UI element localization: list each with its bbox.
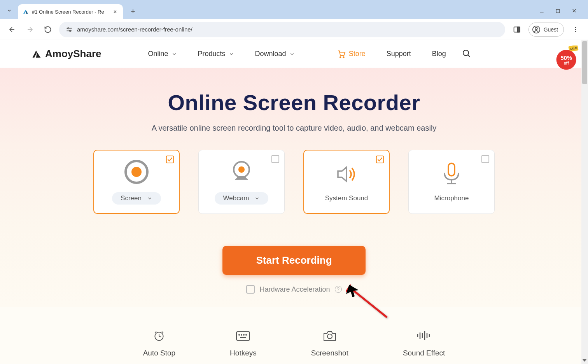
feature-hotkeys[interactable]: Hotkeys — [230, 329, 257, 357]
hero-section: Online Screen Recorder A versatile onlin… — [0, 68, 588, 229]
svg-point-36 — [238, 166, 245, 173]
svg-point-48 — [243, 334, 244, 335]
scrollbar-thumb[interactable] — [582, 41, 587, 84]
svg-rect-16 — [517, 27, 520, 32]
option-webcam-dropdown[interactable]: Webcam — [215, 192, 269, 205]
svg-point-21 — [575, 31, 576, 32]
option-microphone[interactable]: Microphone — [408, 150, 495, 214]
sale-badge[interactable]: SALE 50% off — [555, 46, 579, 70]
svg-point-13 — [70, 30, 71, 31]
tab-close-button[interactable] — [112, 9, 118, 15]
hardware-accel-checkbox[interactable] — [246, 285, 255, 294]
webcam-icon — [229, 159, 254, 184]
feature-screenshot[interactable]: Screenshot — [311, 329, 348, 357]
option-system-sound[interactable]: System Sound — [303, 150, 390, 214]
feature-label: Sound Effect — [403, 349, 445, 357]
svg-point-22 — [340, 56, 341, 58]
svg-point-19 — [575, 27, 576, 28]
screen-record-icon — [123, 159, 150, 184]
chevron-down-icon — [147, 196, 152, 201]
keyboard-icon — [235, 329, 251, 342]
svg-point-20 — [575, 29, 576, 30]
svg-rect-5 — [556, 9, 560, 13]
tab-title: #1 Online Screen Recorder - Re — [32, 9, 109, 15]
camera-icon — [322, 329, 337, 342]
svg-rect-38 — [482, 156, 489, 163]
checkbox-unchecked-icon[interactable] — [481, 155, 490, 163]
help-icon[interactable]: ? — [335, 286, 342, 293]
cart-icon — [337, 50, 346, 58]
feature-auto-stop[interactable]: Auto Stop — [143, 329, 175, 357]
tab-search-button[interactable] — [3, 4, 16, 17]
nav-download[interactable]: Download — [255, 50, 295, 58]
svg-point-23 — [343, 56, 344, 58]
scrollbar-track[interactable] — [581, 40, 588, 364]
browser-toolbar: amoyshare.com/screen-recorder-free-onlin… — [0, 19, 588, 40]
close-icon[interactable] — [571, 8, 577, 15]
browser-tab-strip: #1 Online Screen Recorder - Re — [0, 0, 588, 19]
window-controls — [539, 8, 585, 19]
start-recording-button[interactable]: Start Recording — [222, 246, 365, 275]
logo-icon — [31, 49, 42, 60]
forward-button[interactable] — [23, 23, 37, 36]
svg-point-46 — [239, 334, 240, 335]
features-row: Auto Stop Hotkeys Screenshot Sound Effec… — [0, 307, 588, 364]
back-button[interactable] — [5, 23, 19, 36]
svg-marker-58 — [583, 359, 586, 362]
svg-point-18 — [535, 27, 537, 30]
option-label: Screen — [121, 194, 142, 202]
option-webcam[interactable]: Webcam — [198, 150, 285, 214]
svg-text:off: off — [564, 61, 569, 65]
site-settings-icon[interactable] — [65, 26, 73, 33]
checkbox-checked-icon[interactable] — [376, 155, 384, 164]
profile-button[interactable]: Guest — [528, 23, 564, 37]
address-bar[interactable]: amoyshare.com/screen-recorder-free-onlin… — [59, 22, 505, 37]
url-text: amoyshare.com/screen-recorder-free-onlin… — [77, 26, 192, 33]
favicon-icon — [23, 9, 29, 15]
chevron-down-icon — [254, 196, 260, 201]
site-header: AmoyShare Online Products Download Store… — [0, 40, 588, 68]
checkbox-checked-icon[interactable] — [166, 155, 174, 164]
svg-point-47 — [241, 334, 242, 335]
search-button[interactable] — [462, 49, 471, 60]
clock-icon — [152, 329, 166, 342]
main-nav: Online Products Download Store Support B… — [148, 49, 446, 59]
option-screen-dropdown[interactable]: Screen — [112, 192, 161, 205]
nav-support[interactable]: Support — [387, 50, 411, 58]
nav-products[interactable]: Products — [198, 50, 234, 58]
sound-wave-icon — [415, 329, 432, 342]
nav-store[interactable]: Store — [337, 50, 366, 58]
new-tab-button[interactable] — [127, 5, 139, 18]
svg-point-33 — [131, 167, 142, 177]
recording-options: Screen Webcam System Sound — [0, 150, 588, 214]
feature-sound-effect[interactable]: Sound Effect — [403, 329, 445, 357]
guest-avatar-icon — [532, 25, 541, 34]
svg-rect-45 — [236, 332, 250, 340]
guest-label: Guest — [544, 26, 558, 33]
scroll-down-icon[interactable] — [583, 359, 586, 362]
browser-tab[interactable]: #1 Online Screen Recorder - Re — [18, 4, 123, 19]
reload-button[interactable] — [41, 23, 54, 36]
svg-point-51 — [327, 334, 332, 339]
svg-point-24 — [463, 50, 469, 56]
minimize-icon[interactable] — [539, 8, 544, 15]
browser-menu-button[interactable] — [569, 23, 583, 37]
nav-blog[interactable]: Blog — [432, 50, 446, 58]
chevron-down-icon — [289, 51, 295, 57]
side-panel-icon[interactable] — [510, 23, 524, 37]
logo[interactable]: AmoyShare — [31, 48, 102, 60]
checkbox-unchecked-icon[interactable] — [271, 155, 280, 163]
feature-label: Hotkeys — [230, 349, 257, 357]
svg-rect-39 — [448, 163, 455, 176]
svg-text:50%: 50% — [561, 55, 572, 61]
feature-label: Auto Stop — [143, 349, 175, 357]
svg-rect-34 — [272, 156, 279, 163]
option-screen[interactable]: Screen — [93, 150, 180, 214]
maximize-icon[interactable] — [555, 8, 560, 15]
chevron-down-icon — [172, 51, 177, 57]
svg-point-49 — [246, 334, 247, 335]
option-label: Microphone — [434, 194, 469, 202]
option-label: System Sound — [325, 194, 368, 202]
svg-line-25 — [468, 55, 470, 57]
nav-online[interactable]: Online — [148, 50, 177, 58]
